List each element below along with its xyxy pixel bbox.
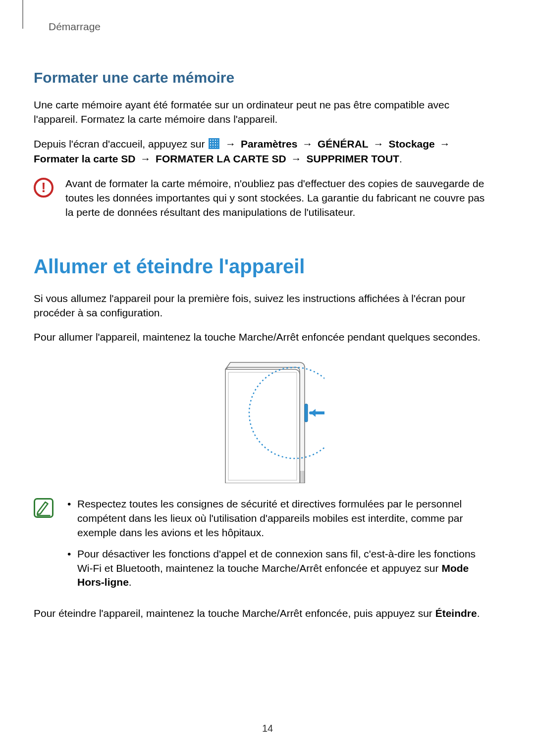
arrow-icon: → [223, 138, 238, 150]
svg-rect-4 [305, 404, 308, 422]
device-power-illustration [34, 354, 486, 483]
header-rule [22, 0, 23, 29]
apps-icon [209, 138, 219, 149]
note-bullet-offline-mode: Pour désactiver les fonctions d'appel et… [65, 547, 486, 590]
arrow-icon: → [138, 153, 153, 164]
note-icon [34, 498, 54, 518]
path-step-parametres: Paramètres [241, 138, 297, 150]
path-step-stockage: Stockage [388, 138, 434, 150]
chapter-label: Démarrage [49, 21, 486, 33]
power-off-paragraph: Pour éteindre l'appareil, maintenez la t… [34, 606, 486, 621]
path-step-general: GÉNÉRAL [318, 138, 369, 150]
page-number: 14 [262, 723, 273, 734]
arrow-icon: → [438, 138, 452, 150]
path-intro-text: Depuis l'écran d'accueil, appuyez sur [34, 138, 205, 150]
power-off-text: Pour éteindre l'appareil, maintenez la t… [34, 607, 435, 619]
arrow-icon: → [289, 153, 304, 164]
warning-icon: ! [34, 178, 54, 198]
format-path-paragraph: Depuis l'écran d'accueil, appuyez sur → … [34, 137, 486, 167]
path-step-formater-sd-confirm: FORMATER LA CARTE SD [156, 153, 286, 164]
power-off-bold: Éteindre [435, 607, 477, 619]
arrow-icon: → [372, 138, 386, 150]
power-on-paragraph: Pour allumer l'appareil, maintenez la to… [34, 330, 486, 345]
warning-text: Avant de formater la carte mémoire, n'ou… [65, 177, 486, 220]
note-bullet-list: Respectez toutes les consignes de sécuri… [65, 497, 486, 597]
note-bullet-offline-text: Pour désactiver les fonctions d'appel et… [77, 548, 476, 574]
format-intro-paragraph: Une carte mémoire ayant été formatée sur… [34, 98, 486, 127]
section-heading-format: Formater une carte mémoire [34, 69, 486, 86]
note-callout: Respectez toutes les consignes de sécuri… [34, 497, 486, 597]
path-step-formater-sd: Formater la carte SD [34, 153, 135, 164]
section-heading-power: Allumer et éteindre l'appareil [34, 255, 486, 278]
arrow-icon: → [300, 138, 315, 150]
note-bullet-safety: Respectez toutes les consignes de sécuri… [65, 497, 486, 540]
power-first-time-paragraph: Si vous allumez l'appareil pour la premi… [34, 292, 486, 320]
warning-callout: ! Avant de formater la carte mémoire, n'… [34, 177, 486, 220]
path-step-supprimer: SUPPRIMER TOUT [306, 153, 399, 164]
